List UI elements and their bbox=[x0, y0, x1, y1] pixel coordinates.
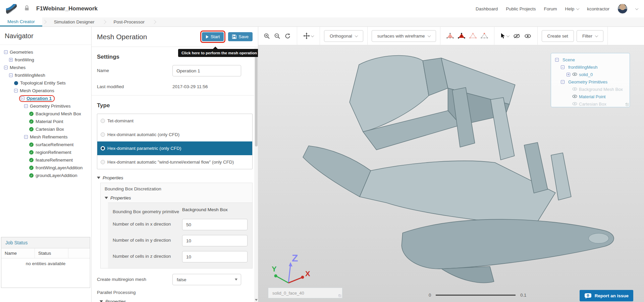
mesh-quality-outline-button[interactable] bbox=[467, 31, 479, 41]
render-mode-dropdown[interactable]: surfaces with wireframe bbox=[372, 30, 436, 42]
tree-item-operation-1[interactable]: −Operation 1 bbox=[1, 95, 90, 102]
expand-icon[interactable]: + bbox=[567, 73, 570, 76]
chevron-down-icon[interactable] bbox=[635, 7, 639, 10]
cells-z-input[interactable] bbox=[182, 251, 248, 262]
tree-item-background-mesh-box[interactable]: ✓Background Mesh Box bbox=[1, 110, 90, 118]
scene-item-solid-0[interactable]: +solid_0 bbox=[554, 71, 627, 78]
zoom-in-button[interactable] bbox=[262, 31, 272, 41]
collapse-icon[interactable]: − bbox=[4, 50, 8, 54]
eye-icon[interactable] bbox=[572, 72, 577, 76]
expand-icon[interactable]: + bbox=[9, 58, 13, 62]
tree-item-frontwing[interactable]: +frontWing bbox=[1, 56, 90, 64]
tab-post-processor[interactable]: Post-Processor bbox=[106, 17, 152, 26]
nav-forum[interactable]: Forum bbox=[544, 6, 557, 11]
pan-button[interactable] bbox=[301, 31, 316, 41]
resize-handle[interactable] bbox=[338, 294, 341, 297]
collapse-icon[interactable]: − bbox=[24, 104, 28, 108]
scene-item-frontwingmesh[interactable]: −frontWingMesh bbox=[554, 64, 627, 70]
mesh-quality-surface-button[interactable] bbox=[444, 31, 456, 41]
mesh-type-option-hex-dominant[interactable]: Hex-dominant automatic (only CFD) bbox=[97, 128, 252, 141]
user-avatar[interactable] bbox=[618, 4, 628, 14]
tree-item-cartesian-box[interactable]: ✓Cartesian Box bbox=[1, 125, 90, 133]
scene-item-material-point[interactable]: Material Point bbox=[554, 93, 627, 100]
scene-item-cartesian-box[interactable]: Cartesian Box bbox=[554, 101, 627, 107]
collapse-icon[interactable]: − bbox=[561, 80, 565, 84]
collapse-icon[interactable]: − bbox=[9, 73, 13, 77]
radio-icon[interactable] bbox=[101, 132, 105, 137]
eye-icon[interactable] bbox=[572, 95, 577, 98]
cells-y-input[interactable] bbox=[182, 235, 248, 246]
tree-item-mesh-refinements[interactable]: −Mesh Refinements bbox=[1, 133, 90, 141]
tree-item-geometry-primitives[interactable]: −Geometry Primitives bbox=[1, 102, 90, 110]
visibility-toggle[interactable] bbox=[572, 94, 577, 99]
panel-scrollbar[interactable] bbox=[254, 47, 258, 302]
select-cursor-button[interactable] bbox=[498, 31, 511, 41]
tree-item-geometries[interactable]: −Geometries bbox=[1, 48, 90, 56]
hide-button[interactable] bbox=[511, 32, 522, 41]
mesh-type-option-tet-dominant[interactable]: Tet-dominant bbox=[97, 114, 252, 128]
nav-public-projects[interactable]: Public Projects bbox=[506, 6, 536, 11]
tab-mesh-creator[interactable]: Mesh Creator bbox=[0, 17, 42, 26]
visibility-toggle[interactable] bbox=[572, 72, 577, 77]
scale-start: 0 bbox=[429, 293, 431, 298]
properties-collapse[interactable]: Properties bbox=[97, 175, 253, 180]
visibility-toggle[interactable] bbox=[572, 102, 577, 107]
report-issue-button[interactable]: Report an issue bbox=[580, 290, 633, 301]
refresh-button[interactable] bbox=[282, 31, 293, 41]
tree-item-featurerefinement[interactable]: ✓featureRefinement bbox=[1, 156, 90, 164]
scrollbar-down-arrow[interactable] bbox=[255, 299, 258, 301]
viewport-canvas[interactable]: −Scene−frontWingMesh+solid_0−Geometry Pr… bbox=[258, 45, 644, 302]
scene-item-background-mesh-box[interactable]: Background Mesh Box bbox=[554, 86, 627, 93]
mesh-type-option-hex-dominant[interactable]: Hex-dominant automatic "wind-tunnel/exte… bbox=[97, 155, 252, 169]
resize-handle[interactable] bbox=[626, 103, 629, 106]
hide-icon bbox=[513, 34, 520, 39]
tree-item-surfacerefinement[interactable]: ✓surfaceRefinement bbox=[1, 141, 90, 148]
collapse-icon[interactable]: − bbox=[4, 66, 8, 69]
collapse-icon[interactable]: − bbox=[555, 58, 559, 62]
tree-item-topological-entity-sets[interactable]: Topological Entity Sets bbox=[1, 79, 90, 87]
nav-dashboard[interactable]: Dashboard bbox=[476, 6, 498, 11]
create-set-button[interactable]: Create set bbox=[542, 30, 574, 42]
radio-icon[interactable] bbox=[101, 146, 105, 150]
nav-kcontractor[interactable]: kcontractor bbox=[587, 6, 609, 11]
tree-item-groundlayeraddition[interactable]: ✓groundLayerAddition bbox=[1, 172, 90, 179]
tree-item-frontwingmesh[interactable]: −frontWingMesh bbox=[1, 71, 90, 79]
tree-item-mesh-operations[interactable]: −Mesh Operations bbox=[1, 87, 90, 95]
multiregion-select[interactable]: false bbox=[172, 274, 241, 285]
collapse-icon[interactable]: − bbox=[561, 65, 565, 69]
radio-icon[interactable] bbox=[101, 119, 105, 123]
nav-help[interactable]: Help bbox=[565, 6, 579, 11]
tree-item-frontwinglayeraddition[interactable]: ✓frontWingLayerAddition bbox=[1, 164, 90, 172]
filter-dropdown[interactable]: Filter bbox=[577, 30, 603, 42]
mesh-quality-points-button[interactable] bbox=[479, 31, 490, 41]
scrollbar-thumb[interactable] bbox=[255, 49, 258, 146]
zoom-out-button[interactable] bbox=[272, 31, 282, 41]
chevron-down-icon bbox=[506, 34, 509, 37]
collapse-icon[interactable]: − bbox=[21, 97, 24, 100]
tree-item-label: Operation 1 bbox=[26, 96, 52, 101]
collapse-icon[interactable]: − bbox=[24, 135, 28, 139]
save-button[interactable]: Save bbox=[228, 32, 253, 41]
name-input[interactable] bbox=[172, 65, 241, 76]
mesh-type-option-hex-dominant[interactable]: Hex-dominant parametric (only CFD) bbox=[97, 141, 252, 155]
radio-icon[interactable] bbox=[101, 160, 105, 164]
scene-item-scene[interactable]: −Scene bbox=[554, 56, 627, 63]
simscale-logo[interactable] bbox=[6, 3, 17, 14]
cells-x-input[interactable] bbox=[182, 219, 248, 230]
tree-item-regionrefinement[interactable]: ✓regionRefinement bbox=[1, 148, 90, 156]
tab-simulation-designer[interactable]: Simulation Designer bbox=[47, 17, 102, 26]
projection-dropdown[interactable]: Orthogonal bbox=[324, 30, 363, 42]
eye-icon[interactable] bbox=[572, 87, 577, 91]
parallel-collapse[interactable]: Properties bbox=[100, 299, 253, 302]
tree-item-meshes[interactable]: −Meshes bbox=[1, 64, 90, 71]
eye-icon[interactable] bbox=[572, 102, 577, 106]
collapse-icon[interactable]: − bbox=[14, 89, 18, 93]
scene-item-geometry-primitives[interactable]: −Geometry Primitives bbox=[554, 78, 627, 85]
mesh-quality-volume-button[interactable] bbox=[456, 31, 467, 41]
tree-item-material-point[interactable]: ✓Material Point bbox=[1, 118, 90, 125]
bounding-box-collapse[interactable]: Properties bbox=[101, 194, 252, 202]
show-button[interactable] bbox=[522, 32, 533, 41]
visibility-toggle[interactable] bbox=[572, 87, 577, 92]
start-button[interactable]: Start bbox=[202, 32, 224, 41]
toolbar-separator bbox=[297, 27, 297, 45]
